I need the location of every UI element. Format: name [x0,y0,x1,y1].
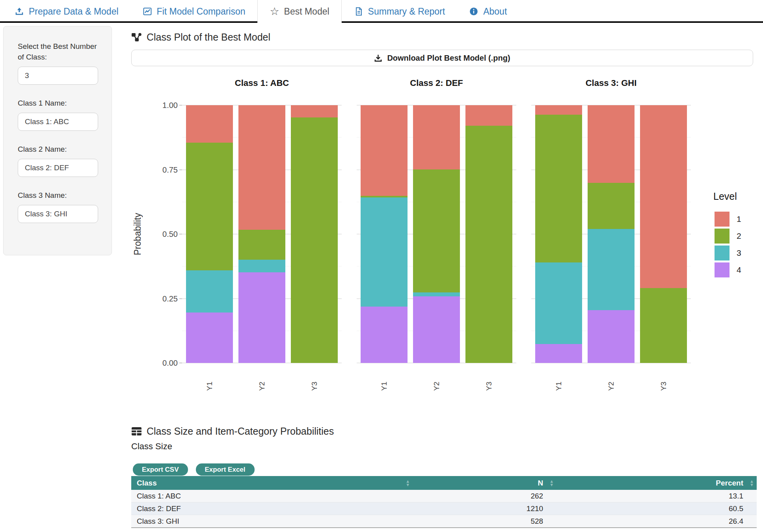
cell-n: 1210 [413,502,556,515]
class-size-subtitle: Class Size [131,441,172,452]
cell-class: Class 3: GHI [131,515,413,528]
bar-segment-level-4 [186,313,233,363]
bar-segment-level-2 [186,143,233,270]
tab-prepare-data-model[interactable]: Prepare Data & Model [2,0,130,23]
cell-n: 262 [413,490,556,502]
table-row[interactable]: Class 1: ABC26213.1 [131,490,757,502]
table-row[interactable]: Class 3: GHI52826.4 [131,515,757,528]
bar-segment-level-1 [465,105,512,126]
bar-segment-level-3 [238,260,285,272]
x-tick-label: Y2 [607,381,616,391]
sort-carets-icon: ▲▼ [750,480,754,487]
y-axis-title: Probability [132,213,143,255]
app-page: Prepare Data & Model Fit Model Compariso… [0,0,763,532]
tab-label: Prepare Data & Model [29,6,119,17]
star-icon: ☆ [270,6,280,17]
x-tick-label: Y3 [310,381,319,391]
table-icon [131,427,142,436]
table-section-heading: Class Size and Item-Category Probabiliti… [131,426,334,437]
tab-label: Best Model [284,6,329,17]
export-excel-button[interactable]: Export Excel [196,463,255,476]
table-row[interactable]: Class 2: DEF121060.5 [131,502,757,515]
x-tick-label: Y3 [659,381,668,391]
cell-percent: 26.4 [556,515,757,528]
bar-segment-level-1 [640,105,687,288]
bar-segment-level-2 [640,288,687,363]
table-header-row: Class ▲▼ N ▲▼ Percent ▲▼ [131,476,757,490]
legend-swatch-level-2 [715,229,730,244]
bar-segment-level-1 [413,105,460,169]
bar-segment-level-3 [413,292,460,296]
bar-segment-level-3 [588,229,635,310]
bar-segment-level-3 [535,262,582,344]
legend-label: 1 [737,212,754,227]
legend-swatch-level-1 [715,212,730,227]
cell-class: Class 2: DEF [131,502,413,515]
chart-line-icon [142,6,153,17]
legend-swatch-level-3 [715,246,730,260]
bar-segment-level-4 [588,310,635,363]
y-tick-label: 0.75 [142,165,178,175]
legend-title: Level [713,191,737,202]
bar-segment-level-2 [361,196,408,197]
bar-segment-level-2 [588,183,635,229]
tab-about[interactable]: About [457,0,519,23]
bar-segment-level-4 [413,296,460,363]
bar-segment-level-1 [291,105,338,117]
column-header-percent[interactable]: Percent ▲▼ [556,476,757,490]
bar-segment-level-1 [186,105,233,143]
class-size-table: Class ▲▼ N ▲▼ Percent ▲▼ Class 1: ABC262… [131,476,757,528]
legend-label: 4 [737,262,754,277]
upload-icon [14,6,24,17]
cell-percent: 60.5 [556,502,757,515]
cell-n: 528 [413,515,556,528]
cell-percent: 13.1 [556,490,757,502]
y-tick-label: 0.50 [142,229,178,239]
cell-class: Class 1: ABC [131,490,413,502]
tab-label: About [483,6,507,17]
bar-segment-level-2 [291,117,338,363]
bar-segment-level-2 [238,230,285,260]
bar-segment-level-3 [186,270,233,313]
class-plot-chart: 0.000.250.500.751.00ProbabilityClass 1: … [0,0,763,418]
bar-segment-level-2 [535,115,582,262]
export-buttons: Export CSV Export Excel [133,463,255,476]
y-tick-label: 0.00 [142,358,178,368]
bar-segment-level-2 [413,169,460,292]
bar-segment-level-1 [535,105,582,115]
facet-title: Class 1: ABC [182,78,342,88]
x-tick-label: Y3 [485,381,493,391]
tab-label: Fit Model Comparison [157,6,246,17]
tab-fit-model-comparison[interactable]: Fit Model Comparison [130,0,257,23]
column-header-n[interactable]: N ▲▼ [413,476,556,490]
bar-segment-level-3 [361,197,408,307]
y-tick-label: 0.25 [142,294,178,304]
x-tick-label: Y1 [555,381,563,391]
y-tick-label: 1.00 [142,100,178,110]
x-tick-label: Y1 [380,381,389,391]
x-tick-label: Y1 [205,381,214,391]
tab-label: Summary & Report [368,6,445,17]
tab-summary-report[interactable]: Summary & Report [342,0,457,23]
legend-label: 2 [737,229,754,244]
bar-segment-level-1 [238,105,285,230]
bar-segment-level-4 [535,344,582,363]
tab-best-model[interactable]: ☆ Best Model [257,0,342,23]
table-section-title: Class Size and Item-Category Probabiliti… [147,426,334,437]
info-circle-icon [469,6,479,17]
bar-segment-level-4 [238,272,285,363]
sort-carets-icon: ▲▼ [406,480,410,487]
bar-segment-level-2 [465,126,512,363]
sort-carets-icon: ▲▼ [549,480,554,487]
legend-label: 3 [737,246,754,260]
bar-segment-level-1 [361,105,408,196]
x-tick-label: Y2 [258,381,266,391]
nav-tabs: Prepare Data & Model Fit Model Compariso… [2,0,519,23]
column-header-class[interactable]: Class ▲▼ [131,476,413,490]
bar-segment-level-1 [588,105,635,183]
facet-title: Class 2: DEF [357,78,516,88]
x-tick-label: Y2 [432,381,441,391]
export-csv-button[interactable]: Export CSV [133,463,188,476]
legend-swatch-level-4 [715,262,730,277]
facet-title: Class 3: GHI [531,78,691,88]
